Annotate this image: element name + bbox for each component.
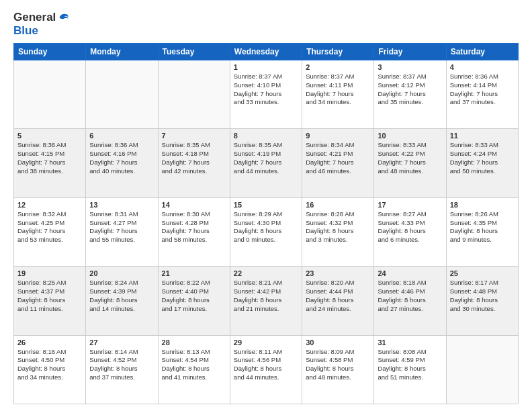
day-number: 3: [378, 63, 442, 71]
logo: General Blue: [13, 11, 71, 38]
calendar-cell: 26Sunrise: 8:16 AM Sunset: 4:50 PM Dayli…: [14, 335, 86, 404]
day-number: 5: [17, 132, 82, 140]
day-number: 23: [306, 269, 370, 277]
header: General Blue: [13, 11, 519, 38]
calendar-cell: 28Sunrise: 8:13 AM Sunset: 4:54 PM Dayli…: [158, 335, 230, 404]
day-number: 31: [378, 338, 442, 347]
day-info: Sunrise: 8:11 AM Sunset: 4:56 PM Dayligh…: [234, 348, 298, 382]
calendar-cell: 22Sunrise: 8:21 AM Sunset: 4:42 PM Dayli…: [230, 267, 302, 335]
weekday-header-friday: Friday: [374, 44, 446, 60]
logo-blue: Blue: [13, 24, 38, 37]
day-number: 28: [162, 338, 226, 347]
day-number: 19: [17, 269, 82, 277]
calendar-cell: 18Sunrise: 8:26 AM Sunset: 4:35 PM Dayli…: [446, 197, 518, 266]
day-info: Sunrise: 8:26 AM Sunset: 4:35 PM Dayligh…: [450, 210, 515, 244]
day-info: Sunrise: 8:36 AM Sunset: 4:14 PM Dayligh…: [450, 73, 515, 107]
calendar-cell: 30Sunrise: 8:09 AM Sunset: 4:58 PM Dayli…: [302, 335, 374, 404]
week-row-5: 26Sunrise: 8:16 AM Sunset: 4:50 PM Dayli…: [14, 335, 519, 404]
day-number: 25: [450, 269, 515, 277]
week-row-3: 12Sunrise: 8:32 AM Sunset: 4:25 PM Dayli…: [14, 197, 519, 266]
day-number: 4: [450, 63, 515, 71]
day-number: 15: [234, 201, 298, 209]
day-number: 22: [234, 269, 298, 277]
week-row-2: 5Sunrise: 8:36 AM Sunset: 4:15 PM Daylig…: [14, 129, 519, 197]
calendar-cell: 20Sunrise: 8:24 AM Sunset: 4:39 PM Dayli…: [86, 267, 158, 335]
week-row-4: 19Sunrise: 8:25 AM Sunset: 4:37 PM Dayli…: [14, 267, 519, 335]
day-info: Sunrise: 8:36 AM Sunset: 4:16 PM Dayligh…: [89, 141, 154, 175]
day-info: Sunrise: 8:33 AM Sunset: 4:24 PM Dayligh…: [450, 141, 515, 175]
day-info: Sunrise: 8:22 AM Sunset: 4:40 PM Dayligh…: [162, 279, 226, 313]
day-info: Sunrise: 8:37 AM Sunset: 4:12 PM Dayligh…: [378, 73, 442, 107]
day-number: 26: [17, 338, 82, 347]
logo-bird-icon: [57, 11, 71, 24]
day-info: Sunrise: 8:27 AM Sunset: 4:33 PM Dayligh…: [378, 210, 442, 244]
day-info: Sunrise: 8:28 AM Sunset: 4:32 PM Dayligh…: [306, 210, 370, 244]
day-info: Sunrise: 8:35 AM Sunset: 4:18 PM Dayligh…: [162, 141, 226, 175]
calendar-cell: 10Sunrise: 8:33 AM Sunset: 4:22 PM Dayli…: [374, 129, 446, 197]
weekday-header-saturday: Saturday: [446, 44, 518, 60]
calendar-cell: 8Sunrise: 8:35 AM Sunset: 4:19 PM Daylig…: [230, 129, 302, 197]
calendar-cell: 31Sunrise: 8:08 AM Sunset: 4:59 PM Dayli…: [374, 335, 446, 404]
calendar-cell: [86, 60, 158, 129]
calendar-cell: 16Sunrise: 8:28 AM Sunset: 4:32 PM Dayli…: [302, 197, 374, 266]
day-number: 6: [89, 132, 154, 140]
day-info: Sunrise: 8:34 AM Sunset: 4:21 PM Dayligh…: [306, 141, 370, 175]
day-number: 27: [89, 338, 154, 347]
day-info: Sunrise: 8:31 AM Sunset: 4:27 PM Dayligh…: [89, 210, 154, 244]
weekday-header-row: SundayMondayTuesdayWednesdayThursdayFrid…: [14, 44, 519, 60]
calendar-cell: 5Sunrise: 8:36 AM Sunset: 4:15 PM Daylig…: [14, 129, 86, 197]
calendar-cell: [158, 60, 230, 129]
day-info: Sunrise: 8:33 AM Sunset: 4:22 PM Dayligh…: [378, 141, 442, 175]
day-info: Sunrise: 8:30 AM Sunset: 4:28 PM Dayligh…: [162, 210, 226, 244]
week-row-1: 1Sunrise: 8:37 AM Sunset: 4:10 PM Daylig…: [14, 60, 519, 129]
weekday-header-monday: Monday: [86, 44, 158, 60]
day-info: Sunrise: 8:24 AM Sunset: 4:39 PM Dayligh…: [89, 279, 154, 313]
calendar-cell: 6Sunrise: 8:36 AM Sunset: 4:16 PM Daylig…: [86, 129, 158, 197]
calendar-cell: 2Sunrise: 8:37 AM Sunset: 4:11 PM Daylig…: [302, 60, 374, 129]
day-info: Sunrise: 8:14 AM Sunset: 4:52 PM Dayligh…: [89, 348, 154, 382]
day-number: 10: [378, 132, 442, 140]
calendar-cell: 17Sunrise: 8:27 AM Sunset: 4:33 PM Dayli…: [374, 197, 446, 266]
calendar-cell: 14Sunrise: 8:30 AM Sunset: 4:28 PM Dayli…: [158, 197, 230, 266]
calendar-cell: 21Sunrise: 8:22 AM Sunset: 4:40 PM Dayli…: [158, 267, 230, 335]
day-info: Sunrise: 8:37 AM Sunset: 4:10 PM Dayligh…: [234, 73, 298, 107]
day-number: 2: [306, 63, 370, 71]
day-number: 17: [378, 201, 442, 209]
weekday-header-thursday: Thursday: [302, 44, 374, 60]
calendar-table: SundayMondayTuesdayWednesdayThursdayFrid…: [13, 43, 519, 404]
calendar-cell: 24Sunrise: 8:18 AM Sunset: 4:46 PM Dayli…: [374, 267, 446, 335]
day-info: Sunrise: 8:29 AM Sunset: 4:30 PM Dayligh…: [234, 210, 298, 244]
day-number: 8: [234, 132, 298, 140]
day-info: Sunrise: 8:17 AM Sunset: 4:48 PM Dayligh…: [450, 279, 515, 313]
day-number: 30: [306, 338, 370, 347]
day-number: 16: [306, 201, 370, 209]
day-number: 20: [89, 269, 154, 277]
calendar-cell: 11Sunrise: 8:33 AM Sunset: 4:24 PM Dayli…: [446, 129, 518, 197]
calendar-cell: 13Sunrise: 8:31 AM Sunset: 4:27 PM Dayli…: [86, 197, 158, 266]
calendar-cell: 23Sunrise: 8:20 AM Sunset: 4:44 PM Dayli…: [302, 267, 374, 335]
day-number: 9: [306, 132, 370, 140]
calendar-cell: [446, 335, 518, 404]
day-info: Sunrise: 8:16 AM Sunset: 4:50 PM Dayligh…: [17, 348, 82, 382]
day-number: 7: [162, 132, 226, 140]
calendar-cell: 3Sunrise: 8:37 AM Sunset: 4:12 PM Daylig…: [374, 60, 446, 129]
day-number: 21: [162, 269, 226, 277]
calendar-cell: 15Sunrise: 8:29 AM Sunset: 4:30 PM Dayli…: [230, 197, 302, 266]
day-info: Sunrise: 8:25 AM Sunset: 4:37 PM Dayligh…: [17, 279, 82, 313]
page: General Blue SundayMondayTuesdayWednesda…: [0, 0, 532, 411]
calendar-cell: 4Sunrise: 8:36 AM Sunset: 4:14 PM Daylig…: [446, 60, 518, 129]
day-info: Sunrise: 8:18 AM Sunset: 4:46 PM Dayligh…: [378, 279, 442, 313]
day-info: Sunrise: 8:21 AM Sunset: 4:42 PM Dayligh…: [234, 279, 298, 313]
calendar-cell: 12Sunrise: 8:32 AM Sunset: 4:25 PM Dayli…: [14, 197, 86, 266]
day-info: Sunrise: 8:37 AM Sunset: 4:11 PM Dayligh…: [306, 73, 370, 107]
calendar-cell: 9Sunrise: 8:34 AM Sunset: 4:21 PM Daylig…: [302, 129, 374, 197]
day-number: 11: [450, 132, 515, 140]
day-number: 24: [378, 269, 442, 277]
day-info: Sunrise: 8:32 AM Sunset: 4:25 PM Dayligh…: [17, 210, 82, 244]
calendar-cell: 27Sunrise: 8:14 AM Sunset: 4:52 PM Dayli…: [86, 335, 158, 404]
calendar-cell: [14, 60, 86, 129]
weekday-header-tuesday: Tuesday: [158, 44, 230, 60]
calendar-cell: 25Sunrise: 8:17 AM Sunset: 4:48 PM Dayli…: [446, 267, 518, 335]
calendar-cell: 29Sunrise: 8:11 AM Sunset: 4:56 PM Dayli…: [230, 335, 302, 404]
day-info: Sunrise: 8:13 AM Sunset: 4:54 PM Dayligh…: [162, 348, 226, 382]
